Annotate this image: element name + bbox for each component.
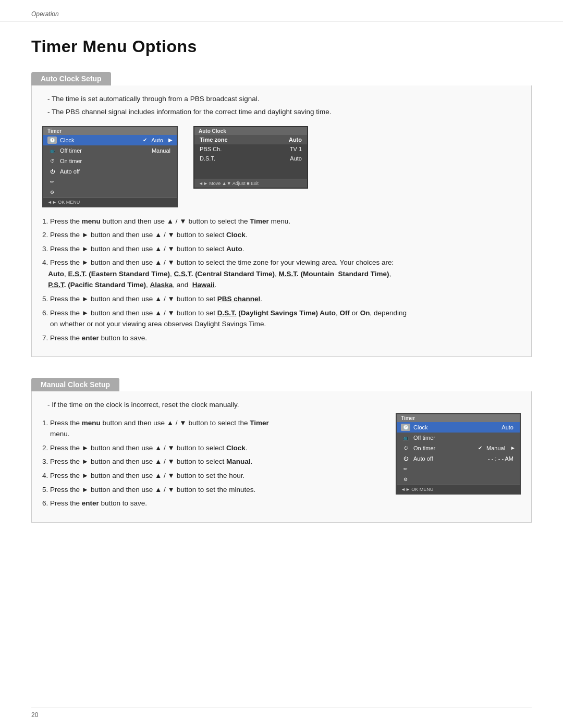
timer-screen-auto: Timer 🕐 Clock ✔ Auto ▶ 📺 Off timer Manua… [42,126,178,207]
pbs-ch-value: TV 1 [290,146,302,152]
manual-step-3: 3. Press the ► button and then use ▲ / ▼… [42,456,380,467]
manual-clock-icon: 🕐 [401,424,410,431]
step-1: 1. Press the menu button and then use ▲ … [42,216,521,227]
manual-on-value: Manual [486,445,505,451]
icon-row-1: ✏ [43,177,177,187]
manual-steps-col: 1. Press the menu button and then use ▲ … [42,413,380,512]
clock-label: Clock [60,137,140,143]
clock-row: 🕐 Clock ✔ Auto ▶ [43,135,177,145]
step-4: 4. Press the ► button and then use ▲ / ▼… [42,257,521,291]
manual-clock-section: Manual Clock Setup If the time on the cl… [31,378,532,522]
step-7: 7. Press the enter button to save. [42,332,521,344]
auto-clock-screen-title: Auto Clock [194,127,307,135]
page-header: Operation [0,0,563,21]
manual-timer-screen-title: Timer [397,414,520,422]
manual-step-6: 6. Press the enter button to save. [42,498,380,509]
dst-value: Auto [290,155,302,162]
auto-off-icon: ⏻ [47,168,57,175]
manual-auto-off-label: Auto off [413,455,485,462]
time-zone-label: Time zone [200,137,228,143]
auto-clock-block: The time is set automatically through fr… [31,85,532,357]
pbs-ch-row: PBS Ch. TV 1 [194,144,307,154]
off-timer-value: Manual [152,147,170,154]
auto-clock-footer: ◄► Move ▲▼ Adjust ■ Exit [194,179,307,188]
manual-step-4: 4. Press the ► button and then use ▲ / ▼… [42,470,380,482]
manual-bullet-1: If the time on the clock is incorrect, r… [42,400,521,410]
manual-pencil-icon: ✏ [401,465,410,473]
timer-screen-manual: Timer 🕐 Clock Auto 📺 Off timer [396,413,521,495]
timer-screen-title: Timer [43,127,177,135]
manual-footer-text: ◄► OK MENU [401,487,433,492]
manual-clock-steps: 1. Press the menu button and then use ▲ … [42,417,380,509]
settings-icon: ⚙ [47,189,57,196]
manual-timer-footer: ◄► OK MENU [397,485,520,493]
auto-bullet-1: The time is set automatically through fr… [42,94,521,104]
manual-auto-off-icon: ⏻ [401,455,410,462]
manual-step-2: 2. Press the ► button and then use ▲ / ▼… [42,442,380,454]
clock-value: Auto [151,137,163,143]
page-footer: 20 [31,708,532,719]
pbs-ch-label: PBS Ch. [200,146,222,152]
timer-icon: ⏱ [47,157,57,165]
page-number: 20 [31,711,38,719]
manual-clock-row: 🕐 Clock Auto [397,422,520,433]
manual-tv-icon: 📺 [401,434,410,441]
section-label: Operation [31,10,59,18]
manual-auto-off-row: ⏻ Auto off - - : - - AM [397,453,520,464]
off-timer-row: 📺 Off timer Manual [43,145,177,156]
timer-screen-footer: ◄► OK MENU [43,198,177,206]
manual-settings-icon: ⚙ [401,476,410,483]
manual-icon-2: ⚙ [397,474,520,485]
pencil-icon: ✏ [47,178,57,186]
step-6: 6. Press the ► button and then use ▲ / ▼… [42,307,521,330]
auto-off-label: Auto off [60,168,167,175]
manual-clock-label: Clock [413,424,498,430]
auto-clock-section: Auto Clock Setup The time is set automat… [31,72,532,357]
manual-clock-header: Manual Clock Setup [31,378,119,391]
manual-icon-1: ✏ [397,464,520,474]
on-timer-row: ⏱ On timer [43,156,177,166]
auto-clock-screenshots: Timer 🕐 Clock ✔ Auto ▶ 📺 Off timer Manua… [42,126,521,207]
step-5: 5. Press the ► button and then use ▲ / ▼… [42,293,521,305]
manual-content: 1. Press the menu button and then use ▲ … [42,413,521,512]
manual-on-timer-row: ⏱ On timer ✔ Manual ► [397,443,520,453]
manual-off-timer-row: 📺 Off timer [397,433,520,443]
tv-icon: 📺 [47,147,57,154]
clock-icon: 🕐 [47,137,57,144]
manual-on-label: On timer [413,445,475,451]
auto-off-row: ⏻ Auto off [43,166,177,177]
dst-label: D.S.T. [200,155,215,162]
footer-text: ◄► OK MENU [47,200,80,205]
off-timer-label: Off timer [60,147,149,154]
manual-timer-icon: ⏱ [401,445,410,452]
manual-screen-col: Timer 🕐 Clock Auto 📺 Off timer [396,413,521,495]
step-2: 2. Press the ► button and then use ▲ / ▼… [42,229,521,241]
clock-arrow: ▶ [168,137,173,143]
manual-step-1: 1. Press the menu button and then use ▲ … [42,417,380,440]
clock-check: ✔ [143,137,147,143]
manual-off-label: Off timer [413,435,510,441]
auto-bullet-2: The PBS channel signal includes informat… [42,107,521,117]
time-zone-row: Time zone Auto [194,135,307,144]
auto-clock-steps: 1. Press the menu button and then use ▲ … [42,216,521,344]
manual-auto-off-value: - - : - - AM [488,455,513,462]
auto-clock-screen: Auto Clock Time zone Auto PBS Ch. TV 1 D… [193,126,308,189]
manual-step-5: 5. Press the ► button and then use ▲ / ▼… [42,484,380,496]
main-content: Timer Menu Options Auto Clock Setup The … [0,21,563,564]
page-title: Timer Menu Options [31,37,532,56]
icon-row-2: ⚙ [43,187,177,198]
on-timer-label: On timer [60,158,167,164]
step-3: 3. Press the ► button and then use ▲ / ▼… [42,243,521,255]
time-zone-value: Auto [289,137,302,143]
manual-clock-value: Auto [501,424,513,430]
dst-row: D.S.T. Auto [194,154,307,163]
auto-clock-header: Auto Clock Setup [31,72,111,85]
manual-clock-block: If the time on the clock is incorrect, r… [31,391,532,522]
